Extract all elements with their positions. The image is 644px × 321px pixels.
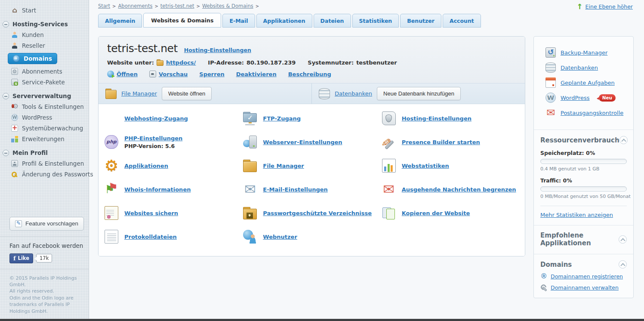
- recommended-apps-section: Empfohlene Applikationen: [534, 225, 633, 254]
- sidebar-item[interactable]: Systemüberwachung: [11, 125, 83, 132]
- tab[interactable]: Statistiken: [352, 14, 399, 28]
- sidebar-item[interactable]: Service-Pakete: [11, 79, 83, 86]
- file-manager-link[interactable]: File Manager: [121, 90, 157, 97]
- feature-link[interactable]: Webhosting-Zugang: [124, 115, 188, 122]
- feature-item[interactable]: File Manager: [243, 158, 378, 173]
- domain-action[interactable]: Beschreibung: [288, 71, 331, 77]
- bottom-edge-strip: [0, 319, 644, 321]
- feature-item[interactable]: Protokolldateien: [105, 229, 240, 244]
- feature-item[interactable]: Applikationen: [105, 158, 240, 173]
- feature-link[interactable]: Websites sichern: [124, 210, 178, 216]
- sidebar-item[interactable]: Abonnements: [11, 68, 83, 75]
- feature-link[interactable]: FTP-Zugang: [263, 115, 301, 122]
- feature-item[interactable]: Webstatistiken: [382, 158, 517, 173]
- feature-link[interactable]: Whois-Informationen: [124, 186, 191, 193]
- feature-icon: [105, 182, 118, 196]
- feature-item[interactable]: Kopieren der Website: [382, 206, 517, 220]
- feature-item[interactable]: Webnutzer: [243, 229, 378, 244]
- feature-item[interactable]: Websites sichern: [105, 206, 240, 220]
- quick-link-item[interactable]: Datenbanken: [545, 62, 627, 73]
- open-website-button[interactable]: Website öffnen: [162, 87, 212, 100]
- sidebar-item[interactable]: Reseller: [11, 42, 83, 49]
- feature-item[interactable]: Passwortgeschützte Verzeichnisse: [243, 206, 378, 220]
- sidebar-item-label: Änderung des Passworts: [22, 171, 93, 178]
- sidebar-item[interactable]: Änderung des Passworts: [11, 171, 83, 178]
- feature-item[interactable]: Webhosting-Zugang: [105, 111, 240, 126]
- collapse-chevron-icon[interactable]: [619, 260, 627, 269]
- quick-link-item[interactable]: WordPress Neu: [545, 93, 627, 103]
- sidebar-item[interactable]: Kunden: [11, 31, 83, 38]
- tab[interactable]: Allgemein: [98, 14, 142, 28]
- feature-link[interactable]: File Manager: [263, 163, 304, 169]
- up-one-level-link[interactable]: Eine Ebene höher: [576, 3, 633, 10]
- sidebar-item-icon: [11, 171, 18, 178]
- quick-link-item[interactable]: Geplante Aufgaben: [545, 77, 627, 88]
- databases-link[interactable]: Datenbanken: [335, 90, 372, 97]
- domain-actions: Öffnen Vorschau Sperren: [107, 71, 516, 77]
- domain-action[interactable]: Deaktivieren: [236, 71, 277, 77]
- sidebar-item[interactable]: Tools & Einstellungen: [11, 103, 83, 110]
- sidebar-item[interactable]: WordPress: [11, 114, 83, 121]
- collapse-minus-icon[interactable]: [3, 150, 9, 156]
- feature-link[interactable]: Webserver-Einstellungen: [263, 139, 342, 145]
- tab[interactable]: Benutzer: [400, 14, 441, 28]
- hosting-settings-link[interactable]: Hosting-Einstellungen: [184, 47, 251, 53]
- tab[interactable]: E-Mail: [222, 14, 255, 28]
- sidebar-item[interactable]: Domains: [8, 53, 57, 64]
- sidebar-item-start[interactable]: Start: [11, 7, 83, 14]
- feature-item[interactable]: Hosting-Einstellungen: [382, 111, 517, 126]
- collapse-chevron-icon[interactable]: [619, 136, 628, 144]
- collapse-minus-icon[interactable]: [3, 21, 9, 28]
- quick-link-item[interactable]: Postausgangskontrolle: [545, 108, 627, 118]
- right-sidebar: Backup-Manager Datenbanken Geplante Aufg…: [533, 36, 634, 298]
- feature-link[interactable]: PHP-Einstellungen: [124, 135, 182, 142]
- domain-action[interactable]: Sperren: [199, 71, 224, 77]
- feature-link[interactable]: E-Mail-Einstellungen: [263, 186, 327, 193]
- domain-action[interactable]: Öffnen: [107, 71, 138, 77]
- collapse-minus-icon[interactable]: [3, 93, 9, 99]
- breadcrumb-link[interactable]: tetris-test.net: [160, 3, 194, 9]
- sidebar-item[interactable]: Profil & Einstellungen: [11, 160, 83, 167]
- tab[interactable]: Account: [443, 14, 481, 28]
- feature-link[interactable]: Passwortgeschützte Verzeichnisse: [263, 210, 372, 216]
- pencil-note-icon: [15, 220, 22, 227]
- tab[interactable]: Applikationen: [256, 14, 312, 28]
- feature-item[interactable]: Webserver-Einstellungen: [243, 135, 378, 149]
- feature-item[interactable]: FTP-Zugang: [243, 111, 378, 126]
- tab[interactable]: Websites & Domains: [143, 13, 221, 28]
- collapse-chevron-icon[interactable]: [619, 235, 627, 244]
- suggest-feature-button[interactable]: Feature vorschlagen: [9, 217, 84, 231]
- sidebar-group-header[interactable]: Hosting-Services: [3, 21, 83, 28]
- tab[interactable]: Dateien: [314, 14, 351, 28]
- feature-link[interactable]: Hosting-Einstellungen: [402, 115, 471, 122]
- feature-item[interactable]: E-Mail-Einstellungen: [243, 182, 378, 197]
- feature-link[interactable]: Presence Builder starten: [402, 139, 480, 145]
- feature-item[interactable]: PHP-Einstellungen PHP-Version: 5.6: [105, 135, 240, 149]
- domains-section-item[interactable]: Domainnamen registrieren: [540, 273, 627, 280]
- breadcrumb-separator: >: [256, 4, 259, 9]
- feature-link[interactable]: Applikationen: [124, 163, 168, 169]
- feature-link[interactable]: Protokolldateien: [124, 234, 177, 240]
- sidebar-item[interactable]: Erweiterungen: [11, 136, 83, 142]
- domains-section-item[interactable]: Domainnamen verwalten: [540, 284, 627, 291]
- feature-link[interactable]: Kopieren der Website: [402, 210, 470, 216]
- feature-item[interactable]: Ausgehende Nachrichten begrenzen: [382, 182, 517, 197]
- facebook-like-button[interactable]: f Like: [9, 253, 33, 263]
- breadcrumb-link[interactable]: Abonnements: [118, 3, 152, 9]
- quick-link-item[interactable]: Backup-Manager: [545, 47, 627, 58]
- add-database-button[interactable]: Neue Datenbank hinzufügen: [377, 87, 461, 100]
- feature-link[interactable]: Webstatistiken: [402, 163, 449, 169]
- domain-action[interactable]: Vorschau: [149, 71, 188, 77]
- sidebar-item-label: Profil & Einstellungen: [22, 160, 84, 167]
- more-statistics-link[interactable]: Mehr Statistiken anzeigen: [540, 212, 613, 218]
- sidebar-group-header[interactable]: Serververwaltung: [3, 93, 83, 99]
- feature-item[interactable]: Whois-Informationen: [105, 182, 240, 197]
- feature-link[interactable]: Webnutzer: [263, 234, 297, 240]
- divider: [0, 236, 89, 237]
- httpdocs-link[interactable]: httpdocs/: [166, 59, 196, 66]
- feature-item[interactable]: Presence Builder starten: [382, 135, 517, 149]
- breadcrumb-link[interactable]: Websites & Domains: [202, 3, 253, 9]
- sidebar-group-header[interactable]: Mein Profil: [3, 149, 83, 156]
- breadcrumb-link[interactable]: Start: [98, 3, 110, 9]
- feature-link[interactable]: Ausgehende Nachrichten begrenzen: [402, 186, 516, 193]
